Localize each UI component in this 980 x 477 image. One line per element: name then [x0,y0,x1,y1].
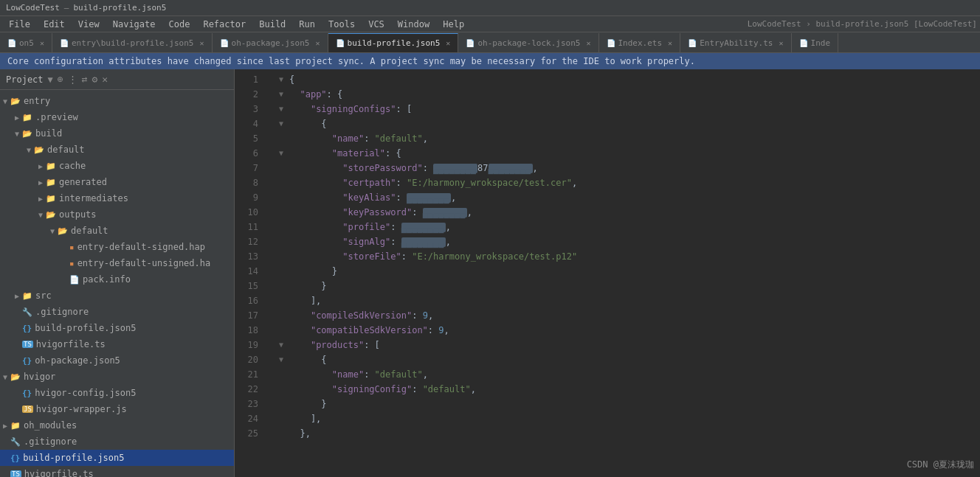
tree-expand-arrow[interactable]: ▼ [0,97,10,105]
tree-item[interactable]: ▶📁src [0,288,234,304]
file-icon: 📄 [607,39,615,47]
menu-item-file[interactable]: File [3,18,36,31]
tree-expand-arrow[interactable]: ▼ [12,130,22,138]
editor: 1234567891011121314151617181920212223242… [235,69,980,477]
code-line: }, [276,426,980,441]
fold-arrow[interactable]: ▼ [279,116,289,131]
code-content: ], [289,411,321,426]
tab-close-button[interactable]: ✕ [199,39,204,47]
tree-item[interactable]: ▪entry-default-unsigned.ha [0,255,234,271]
fold-arrow[interactable]: ▼ [279,338,289,352]
tree-expand-arrow[interactable]: ▶ [35,162,46,170]
tree-item[interactable]: ▶📁.preview [0,109,234,125]
tree-item[interactable]: ▼📂hvigor [0,369,234,385]
fold-arrow[interactable]: ▼ [279,102,289,116]
code-area[interactable]: ▼{▼ "app": {▼ "signingConfigs": [▼ { "na… [276,69,980,477]
code-line: "certpath": "E:/harmony_wrokspace/test.c… [276,175,980,190]
tree-item-icon: 🔧 [10,437,21,447]
tree-expand-arrow[interactable]: ▶ [35,178,46,187]
tree-item[interactable]: ▶📁cache [0,158,234,174]
sidebar-sync-icon[interactable]: ⇄ [82,74,88,85]
tree-item[interactable]: 🔧.gitignore [0,304,234,320]
menu-item-refactor[interactable]: Refactor [197,18,252,31]
sidebar-close-icon[interactable]: ✕ [102,74,108,85]
menu-item-navigate[interactable]: Navigate [107,18,162,31]
tree-item[interactable]: ▪entry-default-signed.hap [0,239,234,255]
tab-close-button[interactable]: ✕ [668,39,672,47]
menu-item-code[interactable]: Code [163,18,196,31]
tree-item[interactable]: TShvigorfile.ts [0,466,234,477]
menu-item-edit[interactable]: Edit [38,18,71,31]
tab-tab4[interactable]: 📄build-profile.json5✕ [328,33,459,52]
tree-expand-arrow[interactable]: ▶ [35,195,46,203]
tree-item[interactable]: TShvigorfile.ts [0,336,234,352]
menu-item-build[interactable]: Build [253,18,291,31]
tree-item[interactable]: 📄pack.info [0,271,234,288]
tab-close-button[interactable]: ✕ [40,39,44,47]
tab-close-button[interactable]: ✕ [315,39,320,47]
sidebar: Project ▼ ⊕ ⋮ ⇄ ⚙ ✕ ▼📂entry▶📁.preview▼📂b… [0,69,235,477]
code-content: "storePassword": ■■■■■■■■87■■■■■■■■, [289,161,538,175]
tree-item[interactable]: ▶📁intermediates [0,190,234,206]
menu-item-run[interactable]: Run [293,18,321,31]
menu-item-view[interactable]: View [72,18,106,31]
tree-item[interactable]: {}hvigor-config.json5 [0,385,234,401]
file-icon: 📄 [220,39,229,47]
sidebar-layout-icon[interactable]: ⋮ [68,74,77,85]
code-content: "signAlg": ■■■■■■■■, [289,234,451,249]
tree-item[interactable]: ▼📂entry [0,93,234,109]
tab-tab3[interactable]: 📄oh-package.json5✕ [213,33,328,52]
code-content: { [289,72,294,87]
tree-item[interactable]: {}build-profile.json5 [0,450,234,466]
tab-label: on5 [19,38,34,48]
sidebar-add-icon[interactable]: ⊕ [58,74,63,85]
tree-expand-arrow[interactable]: ▶ [12,114,22,122]
tree-item[interactable]: ▶📁generated [0,174,234,190]
tab-close-button[interactable]: ✕ [779,39,783,47]
tab-tab2[interactable]: 📄entry\build-profile.json5✕ [52,33,213,52]
tree-expand-arrow[interactable]: ▶ [12,292,22,300]
tree-item[interactable]: {}build-profile.json5 [0,320,234,336]
tree-item[interactable]: ▼📂build [0,125,234,142]
tab-tab8[interactable]: 📄Inde [792,33,839,52]
tree-item[interactable]: ▼📂default [0,223,234,239]
tab-close-button[interactable]: ✕ [446,39,450,47]
tab-tab7[interactable]: 📄EntryAbility.ts✕ [680,33,791,52]
tree-expand-arrow[interactable]: ▼ [0,373,10,381]
fold-arrow [279,279,289,293]
tree-expand-arrow[interactable]: ▼ [35,211,46,219]
tree-item[interactable]: 🔧.gitignore [0,434,234,450]
tab-tab6[interactable]: 📄Index.ets✕ [599,33,681,52]
tree-item[interactable]: {}oh-package.json5 [0,352,234,369]
tree-item[interactable]: ▶📁oh_modules [0,417,234,434]
tree-item-icon: {} [22,324,32,333]
tree-item[interactable]: ▼📂default [0,142,234,158]
menu-item-tools[interactable]: Tools [322,18,361,31]
line-number: 9 [235,190,258,205]
fold-arrow[interactable]: ▼ [279,352,289,367]
tree-item[interactable]: ▼📂outputs [0,206,234,223]
code-content: "signingConfigs": [ [289,102,412,116]
fold-arrow[interactable]: ▼ [279,87,289,102]
tree-item-label: .gitignore [35,307,89,317]
tab-tab5[interactable]: 📄oh-package-lock.json5✕ [458,33,598,52]
menu-item-vcs[interactable]: VCS [362,18,390,31]
sidebar-title: Project [6,74,44,85]
code-line: ], [276,411,980,426]
menu-item-help[interactable]: Help [437,18,470,31]
tab-tab1[interactable]: 📄on5✕ [0,33,52,52]
code-line: "name": "default", [276,131,980,146]
menu-item-window[interactable]: Window [392,18,435,31]
sidebar-dropdown[interactable]: ▼ [48,74,53,85]
tree-expand-arrow[interactable]: ▼ [47,227,58,235]
tab-label: Index.ets [618,38,663,48]
code-content: "products": [ [289,338,380,352]
tree-item[interactable]: JShvigor-wrapper.js [0,401,234,417]
line-number: 15 [235,279,258,293]
tree-expand-arrow[interactable]: ▼ [24,146,34,154]
fold-arrow[interactable]: ▼ [279,72,289,87]
tree-expand-arrow[interactable]: ▶ [0,422,10,430]
fold-arrow[interactable]: ▼ [279,146,289,161]
sidebar-settings-icon[interactable]: ⚙ [92,74,97,85]
tab-close-button[interactable]: ✕ [586,39,590,47]
